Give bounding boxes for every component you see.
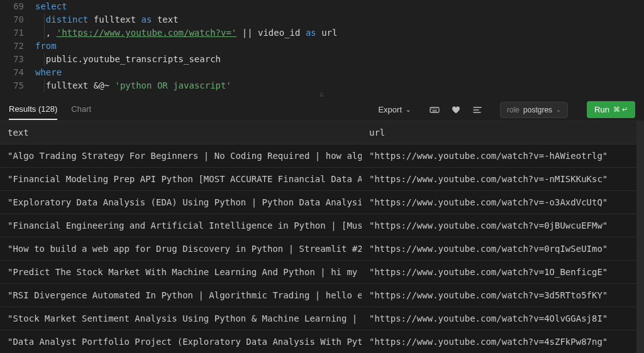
export-dropdown[interactable]: Export ⌄: [378, 105, 411, 114]
code-line[interactable]: 74where: [0, 66, 644, 79]
role-select[interactable]: role postgres ⌄: [500, 102, 568, 118]
cell-url[interactable]: "https://www.youtube.com/watch?v=1O_Benf…: [362, 261, 636, 284]
table-row[interactable]: "RSI Divergence Automated In Python | Al…: [0, 284, 636, 307]
code-line[interactable]: 75 fulltext &@~ 'python OR javascript': [0, 79, 644, 92]
cell-text[interactable]: "Financial Modeling Prep API Python [MOS…: [0, 168, 362, 191]
line-number: 71: [0, 26, 35, 40]
table-row[interactable]: "Financial Modeling Prep API Python [MOS…: [0, 168, 636, 191]
tab-results[interactable]: Results (128): [9, 99, 57, 120]
tab-chart[interactable]: Chart: [71, 99, 91, 120]
run-shortcut: ⌘ ↵: [613, 106, 628, 114]
cell-text[interactable]: "Exploratory Data Analysis (EDA) Using P…: [0, 191, 362, 214]
table-row[interactable]: "Exploratory Data Analysis (EDA) Using P…: [0, 191, 636, 214]
cell-text[interactable]: "How to build a web app for Drug Discove…: [0, 237, 362, 261]
cell-text[interactable]: "Predict The Stock Market With Machine L…: [0, 261, 362, 284]
table-row[interactable]: "Predict The Stock Market With Machine L…: [0, 261, 636, 284]
line-content[interactable]: distinct fulltext as text: [35, 13, 644, 26]
panel-tabs: Results (128) Chart: [9, 99, 91, 120]
line-number: 70: [0, 13, 35, 26]
line-content[interactable]: where: [35, 66, 644, 79]
code-line[interactable]: 71 , 'https://www.youtube.com/watch?v=' …: [0, 26, 644, 40]
chevron-down-icon: ⌄: [406, 106, 411, 113]
line-content[interactable]: fulltext &@~ 'python OR javascript': [35, 79, 644, 92]
run-label: Run: [594, 105, 609, 114]
line-number: 75: [0, 79, 35, 92]
results-grid[interactable]: text url "Algo Trading Strategy For Begi…: [0, 121, 644, 353]
cell-text[interactable]: "Data Analyst Portfolio Project (Explora…: [0, 330, 362, 354]
table-row[interactable]: "Data Analyst Portfolio Project (Explora…: [0, 330, 636, 354]
heart-icon[interactable]: [451, 105, 461, 115]
role-value: postgres: [523, 106, 552, 114]
results-panel-bar: Results (128) Chart Export ⌄ role postgr…: [0, 99, 644, 121]
line-number: 69: [0, 0, 35, 13]
column-header-text[interactable]: text: [0, 121, 362, 144]
panel-resize-handle[interactable]: ⠿: [0, 92, 644, 99]
cell-text[interactable]: "RSI Divergence Automated In Python | Al…: [0, 284, 362, 307]
table-row[interactable]: "Stock Market Sentiment Analysis Using P…: [0, 307, 636, 330]
keyboard-icon[interactable]: [430, 105, 440, 115]
cell-text[interactable]: "Algo Trading Strategy For Beginners | N…: [0, 144, 362, 168]
table-row[interactable]: "How to build a web app for Drug Discove…: [0, 237, 636, 261]
cell-url[interactable]: "https://www.youtube.com/watch?v=4OlvGGA…: [362, 307, 636, 330]
cell-url[interactable]: "https://www.youtube.com/watch?v=4sZFkPw…: [362, 330, 636, 354]
line-content[interactable]: select: [35, 0, 644, 13]
cell-url[interactable]: "https://www.youtube.com/watch?v=-nMISKK…: [362, 168, 636, 191]
column-header-url[interactable]: url: [362, 121, 636, 144]
align-icon[interactable]: [472, 105, 482, 115]
table-header-row: text url: [0, 121, 636, 144]
run-button[interactable]: Run ⌘ ↵: [587, 101, 635, 118]
sql-editor[interactable]: 69select70 distinct fulltext as text71 ,…: [0, 0, 644, 92]
code-line[interactable]: 69select: [0, 0, 644, 13]
line-content[interactable]: , 'https://www.youtube.com/watch?v=' || …: [35, 26, 644, 40]
code-line[interactable]: 70 distinct fulltext as text: [0, 13, 644, 26]
line-number: 72: [0, 40, 35, 53]
export-label: Export: [378, 105, 402, 114]
cell-url[interactable]: "https://www.youtube.com/watch?v=0rqIwSe…: [362, 237, 636, 261]
cell-url[interactable]: "https://www.youtube.com/watch?v=0jBUwcu…: [362, 214, 636, 237]
cell-text[interactable]: "Financial Engineering and Artificial In…: [0, 214, 362, 237]
code-line[interactable]: 72from: [0, 40, 644, 53]
line-number: 74: [0, 66, 35, 79]
chevron-down-icon: ⌄: [556, 106, 561, 113]
code-line[interactable]: 73 public.youtube_transcripts_search: [0, 53, 644, 66]
table-row[interactable]: "Algo Trading Strategy For Beginners | N…: [0, 144, 636, 168]
line-number: 73: [0, 53, 35, 66]
table-row[interactable]: "Financial Engineering and Artificial In…: [0, 214, 636, 237]
role-prefix: role: [507, 106, 519, 114]
cell-url[interactable]: "https://www.youtube.com/watch?v=3d5RTto…: [362, 284, 636, 307]
cell-url[interactable]: "https://www.youtube.com/watch?v=-hAWieo…: [362, 144, 636, 168]
line-content[interactable]: public.youtube_transcripts_search: [35, 53, 644, 66]
cell-url[interactable]: "https://www.youtube.com/watch?v=-o3AxdV…: [362, 191, 636, 214]
cell-text[interactable]: "Stock Market Sentiment Analysis Using P…: [0, 307, 362, 330]
svg-rect-0: [430, 107, 439, 112]
line-content[interactable]: from: [35, 40, 644, 53]
